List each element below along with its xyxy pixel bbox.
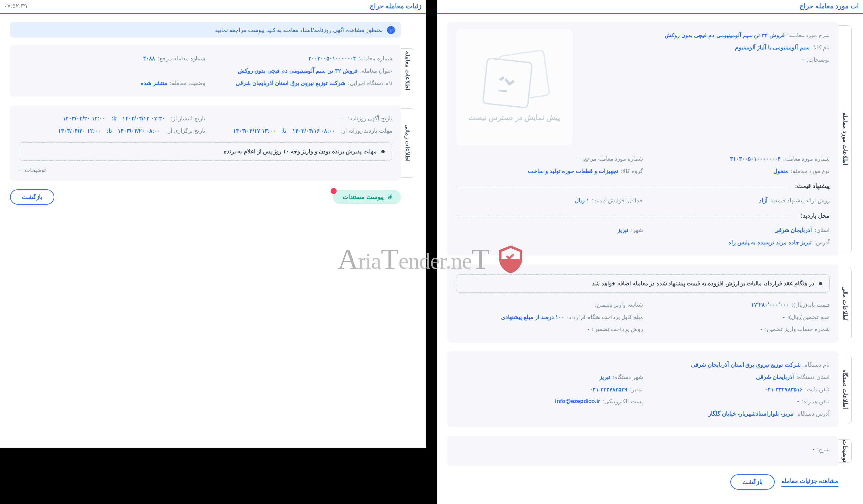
org-name-value: شرکت توزیع نیروی برق استان آذربایجان شرق… — [691, 361, 800, 368]
page-title-right: ات مورد معامله حراج — [799, 2, 859, 10]
pub-to: ۱۴۰۳/۰۴/۲۰ ۱۲:۰۰ — [63, 115, 105, 122]
org-city-value: تبریز — [599, 374, 610, 381]
side-tab-remarks: توضیحات — [838, 439, 852, 463]
org-phone-value: ۰۴۱-۳۳۲۷۸۳۵۱۶ — [765, 386, 803, 393]
org-province-label: استان دستگاه: — [797, 374, 830, 381]
image-placeholder: پیش نمایش در دسترس نیست — [456, 29, 572, 145]
section-remarks: توضیحات شرح:- — [448, 436, 838, 466]
view-details-button[interactable]: مشاهده جزئیات معامله — [781, 477, 838, 487]
org-city-label: شهر دستگاه: — [613, 374, 643, 381]
deal-ref-value: ۴۰۸۸ — [143, 55, 155, 62]
paperclip-icon — [387, 194, 393, 200]
news-value: - — [340, 115, 341, 122]
section-item-info: اطلاعات مورد معامله شرح مورد معامله:فروش… — [448, 22, 838, 256]
bullet-icon — [819, 282, 822, 285]
pub-from: ۱۴۰۳/۰۴/۱۳ ۰۷:۳۰ — [123, 115, 165, 122]
item-no-label: شماره مورد معامله: — [783, 155, 830, 162]
watermark-text: AriaTender.neT — [337, 242, 489, 276]
type-label: نوع مورد معامله: — [791, 167, 830, 175]
button-row-right: مشاهده جزئیات معامله بازگشت — [448, 475, 838, 490]
side-tab-time-label: اطلاعات زمانی — [404, 124, 411, 162]
deal-no-value: ۳۰۰۳۰۰۵۰۱۰۰۰۰۰۰۴ — [308, 55, 356, 62]
visit-time-label: مهلت بازدید روزانه از: — [341, 127, 392, 134]
subhead-visit: محل بازدید: — [456, 212, 830, 219]
notes-value: - — [802, 56, 804, 63]
side-tab-remarks-label: توضیحات — [841, 440, 849, 462]
section-time: اطلاعات زمانی تاریخ آگهی روزنامه: - تاری… — [10, 105, 401, 181]
name-value: سیم آلومینیومی یا آلیاژ آلومینیوم — [735, 44, 810, 51]
name-label: نام کالا: — [812, 44, 830, 51]
notes-label: توضیحات: — [806, 56, 830, 63]
attachments-pill[interactable]: پیوست مستندات — [333, 190, 401, 204]
page-header-left: زئیات معامله حراج ۰۷:۵۲:۳۹ — [0, 0, 426, 14]
visit-sep: تا: — [282, 127, 287, 134]
pub-label: تاریخ انتشار از: — [171, 115, 205, 122]
deal-no-label: شماره معامله: — [359, 55, 392, 62]
visit-city-label: شهر: — [631, 227, 643, 234]
side-tab-financial-label: اطلاعات مالی — [841, 286, 849, 320]
deal-org-label: نام دستگاه اجرایی: — [348, 80, 392, 87]
org-fax-value: ۰۴۱-۳۳۲۷۸۳۵۳۹ — [590, 386, 628, 393]
pub-sep: تا: — [111, 115, 116, 122]
deal-status-value: منتشر شده — [141, 80, 167, 87]
visit-city-value: تبریز — [617, 227, 628, 234]
notification-dot — [330, 188, 337, 194]
bullet-icon — [382, 150, 385, 153]
org-email-label: پست الکترونیکی: — [603, 398, 643, 405]
ref-no-value: - — [577, 155, 579, 162]
deal-title-value: فروش ۳۲ تن سیم آلومینیومی دم قیچی بدون ر… — [238, 67, 358, 74]
financial-body: در هنگام عقد قرارداد، مالیات بر ارزش افز… — [448, 264, 838, 343]
acct-value: - — [761, 326, 762, 333]
org-province-value: آذربایجان شرقی — [756, 374, 794, 381]
attachments-label: پیوست مستندات — [342, 193, 384, 201]
alert-text: بمنظور مشاهده آگهی روزنامه/اسناد معامله … — [215, 27, 383, 34]
news-label: تاریخ آگهی روزنامه: — [348, 115, 392, 122]
org-fax-label: نمابر: — [630, 386, 643, 393]
item-info-body: شرح مورد معامله:فروش ۳۲ تن سیم آلومینیوم… — [448, 22, 838, 256]
section-organization: اطلاعات دستگاه نام دستگاه:شرکت توزیع نیر… — [448, 351, 838, 427]
org-addr-value: تبریز- بلواراستادشهریار- خیابان گلگار — [708, 411, 793, 417]
page-time-left: ۰۷:۵۲:۳۹ — [4, 2, 27, 10]
acct-label: شماره حساب واریز تضمین: — [765, 326, 830, 333]
price-step-label: حداقل افزایش قیمت: — [592, 197, 643, 204]
side-tab-org-label: اطلاعات دستگاه — [841, 369, 849, 409]
hold-from: ۱۴۰۳/۰۴/۲۰ ۰۸:۰۰ — [118, 127, 160, 134]
org-name-label: نام دستگاه: — [803, 361, 830, 368]
side-tab-deal: اطلاعات معامله — [401, 48, 414, 93]
desc-label: شرح مورد معامله: — [787, 32, 830, 39]
depid-label: شناسه واریز تضمین: — [595, 301, 643, 308]
org-email-value: info@ezepdico.ir — [555, 398, 600, 405]
visit-from: ۱۴۰۳/۰۴/۱۶ ۰۸:۰۰ — [292, 127, 335, 134]
desc-value: فروش ۳۲ تن سیم آلومینیومی دم قیچی بدون ر… — [664, 32, 785, 39]
visit-to: ۱۴۰۳/۰۴/۱۷ ۱۳:۰۰ — [233, 127, 275, 134]
section-deal: اطلاعات معامله شماره معامله:۳۰۰۳۰۰۵۰۱۰۰۰… — [10, 45, 401, 97]
gavel-icon — [497, 72, 518, 94]
info-icon: i — [387, 26, 395, 34]
financial-note: در هنگام عقد قرارداد، مالیات بر ارزش افز… — [456, 274, 830, 293]
price-step-value: ۱ ریال — [575, 197, 589, 204]
pay-label: مبلغ قابل پرداخت هنگام قرارداد: — [567, 314, 643, 320]
hold-sep: تا: — [107, 127, 112, 134]
content-left: i بمنظور مشاهده آگهی روزنامه/اسناد معامل… — [0, 14, 426, 213]
type-value: منقول — [773, 167, 788, 175]
back-button-right[interactable]: بازگشت — [730, 475, 775, 490]
method-label: روش پرداخت تضمین: — [592, 326, 643, 333]
side-tab-time: اطلاعات زمانی — [401, 109, 414, 177]
back-button-left[interactable]: بازگشت — [10, 189, 54, 205]
dep-value: - — [783, 314, 785, 320]
page-left: زئیات معامله حراج ۰۷:۵۲:۳۹ i بمنظور مشاه… — [0, 0, 426, 448]
deal-status-label: وضعیت معامله: — [170, 80, 205, 87]
visit-addr-label: آدرس: — [814, 239, 830, 246]
time-desc-value: - — [18, 166, 21, 174]
visit-addr-value: تبریز جاده مرند نرسیده به پلیس راه — [728, 239, 812, 246]
price-method-value: آزاد — [759, 197, 768, 204]
visit-province-value: آذربایجان شرقی — [774, 227, 812, 234]
time-note: مهلت پذیرش برنده بودن و واریز وجه ۱۰ روز… — [18, 142, 392, 161]
alert-bar: i بمنظور مشاهده آگهی روزنامه/اسناد معامل… — [10, 22, 401, 38]
financial-note-text: در هنگام عقد قرارداد، مالیات بر ارزش افز… — [592, 280, 814, 287]
visit-province-label: استان: — [814, 227, 830, 234]
remarks-value: - — [813, 446, 814, 453]
deal-body: شماره معامله:۳۰۰۳۰۰۵۰۱۰۰۰۰۰۰۴ شماره معام… — [10, 45, 401, 97]
side-tab-item: اطلاعات مورد معامله — [838, 25, 852, 252]
deal-title-label: عنوان معامله: — [361, 67, 392, 74]
